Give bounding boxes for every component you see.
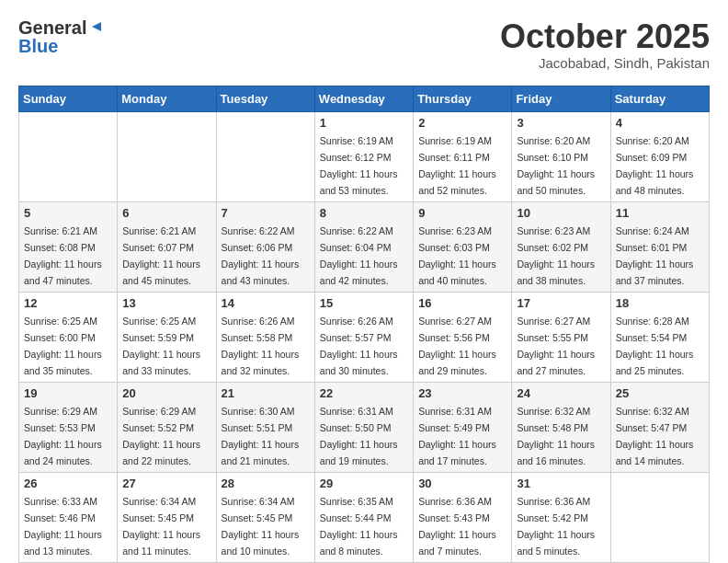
day-number: 10 [517, 206, 605, 220]
day-info: Sunrise: 6:25 AM Sunset: 5:59 PM Dayligh… [122, 316, 200, 376]
month-title: October 2025 [500, 18, 710, 55]
week-row-5: 26Sunrise: 6:33 AM Sunset: 5:46 PM Dayli… [19, 472, 710, 562]
day-info: Sunrise: 6:31 AM Sunset: 5:49 PM Dayligh… [418, 406, 496, 466]
day-number: 4 [616, 116, 704, 130]
day-info: Sunrise: 6:34 AM Sunset: 5:45 PM Dayligh… [122, 496, 200, 557]
day-number: 11 [616, 206, 704, 220]
title-section: October 2025 Jacobabad, Sindh, Pakistan [500, 18, 710, 71]
day-info: Sunrise: 6:32 AM Sunset: 5:48 PM Dayligh… [517, 406, 595, 466]
day-number: 13 [122, 296, 210, 310]
calendar-cell [216, 111, 314, 201]
day-number: 25 [616, 386, 704, 400]
location-text: Jacobabad, Sindh, Pakistan [500, 55, 710, 71]
day-number: 20 [122, 386, 210, 400]
weekday-header-row: SundayMondayTuesdayWednesdayThursdayFrid… [19, 86, 710, 111]
calendar-cell: 2Sunrise: 6:19 AM Sunset: 6:11 PM Daylig… [414, 111, 512, 201]
day-info: Sunrise: 6:25 AM Sunset: 6:00 PM Dayligh… [24, 316, 102, 376]
calendar-cell [118, 111, 216, 201]
day-number: 26 [24, 477, 112, 490]
calendar-cell [19, 111, 118, 201]
calendar-cell: 27Sunrise: 6:34 AM Sunset: 5:45 PM Dayli… [118, 472, 216, 562]
day-info: Sunrise: 6:32 AM Sunset: 5:47 PM Dayligh… [616, 406, 694, 466]
day-info: Sunrise: 6:36 AM Sunset: 5:42 PM Dayligh… [517, 496, 595, 557]
day-info: Sunrise: 6:31 AM Sunset: 5:50 PM Dayligh… [320, 406, 398, 466]
day-number: 21 [222, 386, 310, 400]
page-header: General Blue October 2025 Jacobabad, Sin… [18, 18, 710, 71]
day-info: Sunrise: 6:23 AM Sunset: 6:03 PM Dayligh… [418, 225, 496, 286]
calendar-cell: 26Sunrise: 6:33 AM Sunset: 5:46 PM Dayli… [19, 472, 118, 562]
logo-blue-text: Blue [18, 37, 58, 55]
calendar-cell: 9Sunrise: 6:23 AM Sunset: 6:03 PM Daylig… [414, 201, 512, 292]
day-number: 1 [320, 116, 408, 130]
day-number: 29 [320, 477, 408, 490]
day-info: Sunrise: 6:34 AM Sunset: 5:45 PM Dayligh… [222, 496, 300, 557]
calendar-cell: 13Sunrise: 6:25 AM Sunset: 5:59 PM Dayli… [118, 292, 216, 382]
day-info: Sunrise: 6:22 AM Sunset: 6:06 PM Dayligh… [222, 225, 300, 286]
calendar-table: SundayMondayTuesdayWednesdayThursdayFrid… [18, 86, 710, 563]
day-info: Sunrise: 6:26 AM Sunset: 5:57 PM Dayligh… [320, 316, 398, 376]
calendar-cell: 24Sunrise: 6:32 AM Sunset: 5:48 PM Dayli… [512, 382, 610, 472]
weekday-header-wednesday: Wednesday [314, 86, 413, 111]
day-info: Sunrise: 6:33 AM Sunset: 5:46 PM Dayligh… [24, 496, 102, 557]
calendar-cell: 20Sunrise: 6:29 AM Sunset: 5:52 PM Dayli… [118, 382, 216, 472]
calendar-cell: 28Sunrise: 6:34 AM Sunset: 5:45 PM Dayli… [216, 472, 314, 562]
day-info: Sunrise: 6:29 AM Sunset: 5:52 PM Dayligh… [122, 406, 200, 466]
calendar-cell: 7Sunrise: 6:22 AM Sunset: 6:06 PM Daylig… [216, 201, 314, 292]
day-info: Sunrise: 6:30 AM Sunset: 5:51 PM Dayligh… [222, 406, 300, 466]
logo-general-text: General [18, 18, 86, 37]
day-number: 22 [320, 386, 408, 400]
calendar-cell [610, 472, 709, 562]
day-info: Sunrise: 6:23 AM Sunset: 6:02 PM Dayligh… [517, 225, 595, 286]
day-number: 16 [418, 296, 506, 310]
day-info: Sunrise: 6:20 AM Sunset: 6:09 PM Dayligh… [616, 135, 694, 196]
calendar-cell: 17Sunrise: 6:27 AM Sunset: 5:55 PM Dayli… [512, 292, 610, 382]
week-row-4: 19Sunrise: 6:29 AM Sunset: 5:53 PM Dayli… [19, 382, 710, 472]
calendar-cell: 19Sunrise: 6:29 AM Sunset: 5:53 PM Dayli… [19, 382, 118, 472]
day-info: Sunrise: 6:36 AM Sunset: 5:43 PM Dayligh… [418, 496, 496, 557]
day-number: 23 [418, 386, 506, 400]
day-number: 24 [517, 386, 605, 400]
calendar-cell: 18Sunrise: 6:28 AM Sunset: 5:54 PM Dayli… [610, 292, 709, 382]
day-info: Sunrise: 6:26 AM Sunset: 5:58 PM Dayligh… [222, 316, 300, 376]
calendar-cell: 29Sunrise: 6:35 AM Sunset: 5:44 PM Dayli… [314, 472, 413, 562]
calendar-cell: 30Sunrise: 6:36 AM Sunset: 5:43 PM Dayli… [414, 472, 512, 562]
calendar-cell: 8Sunrise: 6:22 AM Sunset: 6:04 PM Daylig… [314, 201, 413, 292]
calendar-cell: 25Sunrise: 6:32 AM Sunset: 5:47 PM Dayli… [610, 382, 709, 472]
day-number: 27 [122, 477, 210, 490]
weekday-header-monday: Monday [118, 86, 216, 111]
day-info: Sunrise: 6:27 AM Sunset: 5:56 PM Dayligh… [418, 316, 496, 376]
day-number: 31 [517, 477, 605, 490]
day-number: 9 [418, 206, 506, 220]
calendar-cell: 15Sunrise: 6:26 AM Sunset: 5:57 PM Dayli… [314, 292, 413, 382]
day-number: 3 [517, 116, 605, 130]
day-info: Sunrise: 6:27 AM Sunset: 5:55 PM Dayligh… [517, 316, 595, 376]
day-number: 14 [222, 296, 310, 310]
day-number: 18 [616, 296, 704, 310]
day-info: Sunrise: 6:19 AM Sunset: 6:12 PM Dayligh… [320, 135, 398, 196]
week-row-1: 1Sunrise: 6:19 AM Sunset: 6:12 PM Daylig… [19, 111, 710, 201]
calendar-cell: 11Sunrise: 6:24 AM Sunset: 6:01 PM Dayli… [610, 201, 709, 292]
week-row-3: 12Sunrise: 6:25 AM Sunset: 6:00 PM Dayli… [19, 292, 710, 382]
day-number: 2 [418, 116, 506, 130]
day-info: Sunrise: 6:19 AM Sunset: 6:11 PM Dayligh… [418, 135, 496, 196]
day-number: 30 [418, 477, 506, 490]
day-info: Sunrise: 6:28 AM Sunset: 5:54 PM Dayligh… [616, 316, 694, 376]
weekday-header-friday: Friday [512, 86, 610, 111]
calendar-cell: 12Sunrise: 6:25 AM Sunset: 6:00 PM Dayli… [19, 292, 118, 382]
calendar-cell: 31Sunrise: 6:36 AM Sunset: 5:42 PM Dayli… [512, 472, 610, 562]
day-info: Sunrise: 6:35 AM Sunset: 5:44 PM Dayligh… [320, 496, 398, 557]
calendar-cell: 10Sunrise: 6:23 AM Sunset: 6:02 PM Dayli… [512, 201, 610, 292]
weekday-header-saturday: Saturday [610, 86, 709, 111]
calendar-cell: 14Sunrise: 6:26 AM Sunset: 5:58 PM Dayli… [216, 292, 314, 382]
calendar-cell: 3Sunrise: 6:20 AM Sunset: 6:10 PM Daylig… [512, 111, 610, 201]
day-info: Sunrise: 6:21 AM Sunset: 6:08 PM Dayligh… [24, 225, 102, 286]
calendar-cell: 23Sunrise: 6:31 AM Sunset: 5:49 PM Dayli… [414, 382, 512, 472]
weekday-header-sunday: Sunday [19, 86, 118, 111]
day-info: Sunrise: 6:20 AM Sunset: 6:10 PM Dayligh… [517, 135, 595, 196]
day-number: 17 [517, 296, 605, 310]
day-info: Sunrise: 6:29 AM Sunset: 5:53 PM Dayligh… [24, 406, 102, 466]
day-number: 15 [320, 296, 408, 310]
logo: General Blue [18, 18, 105, 55]
calendar-cell: 4Sunrise: 6:20 AM Sunset: 6:09 PM Daylig… [610, 111, 709, 201]
day-number: 28 [222, 477, 310, 490]
